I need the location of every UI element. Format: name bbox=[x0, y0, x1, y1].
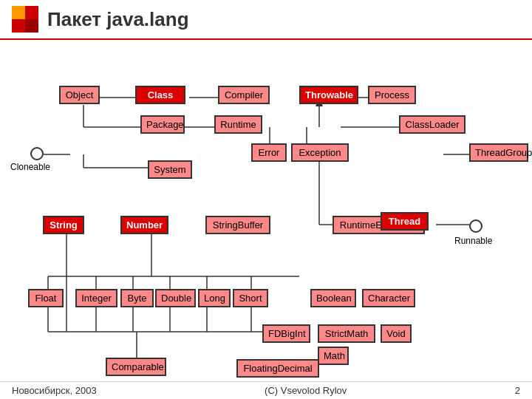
box-character: Character bbox=[362, 289, 415, 307]
box-number: Number bbox=[120, 216, 168, 234]
box-long: Long bbox=[198, 289, 231, 307]
box-fdbigint: FDBigInt bbox=[262, 324, 310, 343]
box-math: Math bbox=[318, 347, 349, 365]
header: Пакет java.lang bbox=[0, 0, 532, 40]
box-system: System bbox=[148, 160, 192, 179]
footer: Новосибирск, 2003 (C) Vsevolod Rylov 2 bbox=[0, 381, 532, 399]
svg-rect-1 bbox=[25, 6, 38, 19]
box-process: Process bbox=[368, 86, 416, 104]
circle-cloneable bbox=[30, 147, 44, 160]
label-cloneable: Cloneable bbox=[10, 162, 50, 172]
logo bbox=[12, 6, 38, 33]
box-classloader: ClassLoader bbox=[399, 115, 466, 134]
page-title: Пакет java.lang bbox=[47, 8, 189, 31]
box-boolean: Boolean bbox=[310, 289, 356, 307]
box-error: Error bbox=[251, 143, 287, 162]
circle-runnable bbox=[469, 219, 482, 233]
diagram: Object Class Compiler Throwable Process … bbox=[0, 40, 532, 399]
box-void: Void bbox=[381, 324, 412, 343]
box-short: Short bbox=[233, 289, 268, 307]
box-string: String bbox=[43, 216, 84, 234]
box-compiler: Compiler bbox=[218, 86, 270, 104]
box-throwable: Throwable bbox=[299, 86, 358, 104]
box-object: Object bbox=[59, 86, 100, 104]
svg-rect-0 bbox=[12, 6, 25, 19]
svg-rect-3 bbox=[25, 19, 38, 33]
box-floatingdecimal: FloatingDecimal bbox=[236, 359, 319, 378]
box-package: Package bbox=[140, 115, 185, 134]
label-runnable: Runnable bbox=[454, 236, 492, 246]
box-exception: Exception bbox=[291, 143, 349, 162]
footer-center: (C) Vsevolod Rylov bbox=[265, 385, 347, 396]
box-byte: Byte bbox=[120, 289, 154, 307]
box-float: Float bbox=[28, 289, 64, 307]
box-strictmath: StrictMath bbox=[318, 324, 375, 343]
box-thread: Thread bbox=[381, 212, 429, 231]
box-integer: Integer bbox=[75, 289, 117, 307]
box-double: Double bbox=[155, 289, 196, 307]
box-stringbuffer: StringBuffer bbox=[205, 216, 270, 234]
svg-rect-2 bbox=[12, 19, 25, 33]
footer-left: Новосибирск, 2003 bbox=[12, 385, 97, 396]
box-class: Class bbox=[135, 86, 185, 104]
box-comparable: Comparable bbox=[106, 358, 166, 376]
footer-right: 2 bbox=[515, 385, 520, 396]
box-threadgroup: ThreadGroup bbox=[469, 143, 528, 162]
box-runtime: Runtime bbox=[214, 115, 262, 134]
